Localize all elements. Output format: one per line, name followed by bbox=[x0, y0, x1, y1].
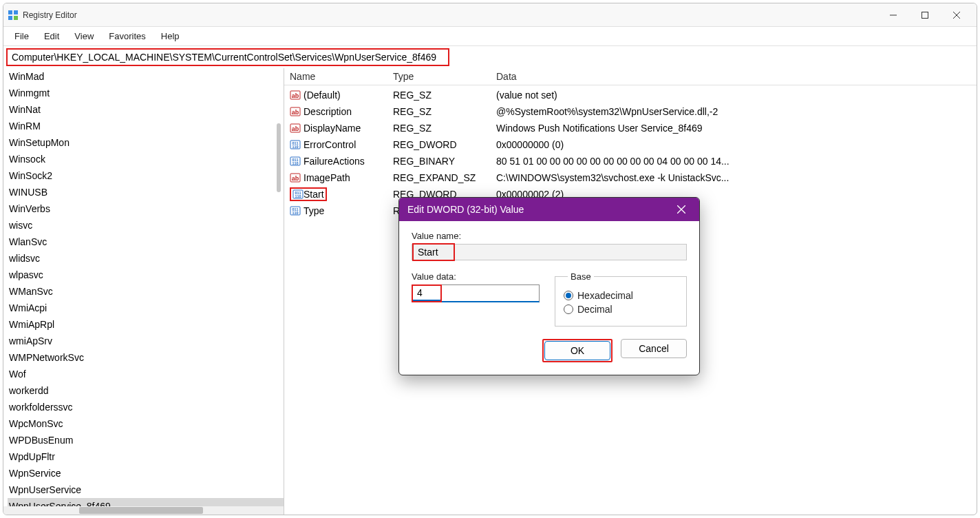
tree-item[interactable]: WpcMonSvc bbox=[8, 415, 284, 432]
value-row[interactable]: 011110FailureActionsREG_BINARY80 51 01 0… bbox=[284, 153, 977, 169]
dialog-close-button[interactable] bbox=[672, 200, 691, 219]
regedit-icon bbox=[8, 10, 19, 21]
tree-hscroll-track[interactable] bbox=[3, 506, 284, 515]
tree-item[interactable]: WlanSvc bbox=[8, 234, 284, 250]
menu-favorites[interactable]: Favorites bbox=[102, 29, 152, 43]
titlebar: Registry Editor bbox=[3, 3, 977, 27]
window-controls bbox=[877, 5, 972, 25]
svg-rect-1 bbox=[14, 10, 18, 14]
value-type: REG_SZ bbox=[393, 106, 496, 117]
value-name-highlight bbox=[412, 243, 455, 261]
close-button[interactable] bbox=[941, 5, 972, 25]
ok-button-highlight: OK bbox=[542, 339, 612, 362]
tree-item-label: WinSock2 bbox=[9, 169, 52, 183]
string-value-icon: ab bbox=[290, 123, 301, 134]
menu-view[interactable]: View bbox=[67, 29, 100, 43]
menu-edit[interactable]: Edit bbox=[37, 29, 66, 43]
edit-dword-dialog: Edit DWORD (32-bit) Value Value name: Va… bbox=[398, 197, 700, 375]
tree-item[interactable]: WManSvc bbox=[8, 283, 284, 300]
radio-hex-label: Hexadecimal bbox=[577, 290, 633, 301]
tree-item-label: WpnService bbox=[9, 466, 61, 480]
value-name: FailureActions bbox=[303, 156, 365, 167]
tree-item[interactable]: WmiApRpl bbox=[8, 316, 284, 333]
tree-item[interactable]: WinMad bbox=[8, 68, 284, 85]
tree-item-label: WinSetupMon bbox=[9, 136, 70, 149]
tree-item-label: wlpasvc bbox=[9, 268, 43, 282]
tree-hscroll-thumb[interactable] bbox=[79, 507, 203, 514]
value-data: C:\WINDOWS\system32\svchost.exe -k Unist… bbox=[496, 172, 971, 183]
tree-item-label: Winsock bbox=[9, 152, 45, 166]
col-type[interactable]: Type bbox=[393, 71, 496, 82]
tree-item-label: WpnUserService bbox=[9, 483, 81, 497]
dialog-titlebar[interactable]: Edit DWORD (32-bit) Value bbox=[399, 198, 699, 221]
tree-item[interactable]: WMPNetworkSvc bbox=[8, 349, 284, 366]
tree-item[interactable]: WPDBusEnum bbox=[8, 432, 284, 448]
base-fieldset: Base Hexadecimal Decimal bbox=[555, 271, 687, 327]
maximize-button[interactable] bbox=[909, 5, 941, 25]
value-row[interactable]: abDescriptionREG_SZ@%SystemRoot%\system3… bbox=[284, 103, 977, 120]
tree-item-label: WManSvc bbox=[9, 284, 53, 298]
dialog-title: Edit DWORD (32-bit) Value bbox=[407, 204, 672, 215]
svg-rect-5 bbox=[922, 12, 928, 18]
tree-item-label: WpdUpFltr bbox=[9, 450, 55, 464]
value-type: REG_BINARY bbox=[393, 156, 496, 167]
value-row[interactable]: abImagePathREG_EXPAND_SZC:\WINDOWS\syste… bbox=[284, 169, 977, 186]
tree-item[interactable]: wlidsvc bbox=[8, 250, 284, 267]
value-type: REG_DWORD bbox=[393, 139, 496, 150]
tree-item[interactable]: Winmgmt bbox=[8, 85, 284, 101]
value-name: DisplayName bbox=[303, 123, 361, 134]
binary-value-icon: 011110 bbox=[290, 205, 301, 216]
tree-item-label: wisvc bbox=[9, 218, 32, 232]
addressbar-highlight bbox=[6, 48, 449, 66]
tree-item[interactable]: WinSetupMon bbox=[8, 134, 284, 151]
svg-text:110: 110 bbox=[292, 161, 298, 165]
tree-item[interactable]: WinNat bbox=[8, 101, 284, 118]
tree-item[interactable]: Wof bbox=[8, 366, 284, 382]
value-name: Description bbox=[303, 106, 352, 117]
svg-text:ab: ab bbox=[292, 109, 299, 116]
tree-item[interactable]: wisvc bbox=[8, 217, 284, 234]
tree-item[interactable]: WpdUpFltr bbox=[8, 448, 284, 465]
tree-item[interactable]: WinVerbs bbox=[8, 200, 284, 217]
svg-text:ab: ab bbox=[292, 125, 299, 132]
col-name[interactable]: Name bbox=[290, 71, 393, 82]
window-title: Registry Editor bbox=[23, 10, 877, 20]
radio-decimal[interactable]: Decimal bbox=[564, 304, 678, 315]
menu-help[interactable]: Help bbox=[154, 29, 187, 43]
ok-button[interactable]: OK bbox=[544, 341, 610, 360]
value-data: @%SystemRoot%\system32\WpnUserService.dl… bbox=[496, 106, 971, 117]
tree-item[interactable]: wlpasvc bbox=[8, 267, 284, 283]
radio-hexadecimal[interactable]: Hexadecimal bbox=[564, 290, 678, 301]
tree-pane[interactable]: WinMadWinmgmtWinNatWinRMWinSetupMonWinso… bbox=[3, 68, 284, 515]
tree-item[interactable]: Winsock bbox=[8, 151, 284, 167]
value-row[interactable]: abDisplayNameREG_SZWindows Push Notifica… bbox=[284, 120, 977, 136]
cancel-button[interactable]: Cancel bbox=[621, 339, 687, 358]
tree-item[interactable]: WpnUserService bbox=[8, 481, 284, 498]
value-data: Windows Push Notifications User Service_… bbox=[496, 123, 971, 134]
tree-item[interactable]: WmiAcpi bbox=[8, 300, 284, 316]
tree-item-label: wmiApSrv bbox=[9, 334, 52, 348]
tree-item[interactable]: WINUSB bbox=[8, 184, 284, 200]
tree-item-label: WinRM bbox=[9, 119, 41, 133]
col-data[interactable]: Data bbox=[496, 71, 971, 82]
menu-file[interactable]: File bbox=[8, 29, 36, 43]
tree-vscroll-thumb[interactable] bbox=[277, 123, 281, 192]
value-data: 0x00000000 (0) bbox=[496, 139, 971, 150]
tree-item[interactable]: workfolderssvc bbox=[8, 399, 284, 415]
value-data: 80 51 01 00 00 00 00 00 00 00 00 00 04 0… bbox=[496, 156, 971, 167]
value-row[interactable]: 011110ErrorControlREG_DWORD0x00000000 (0… bbox=[284, 136, 977, 153]
tree-item[interactable]: WinSock2 bbox=[8, 167, 284, 184]
value-name-input[interactable] bbox=[414, 245, 454, 260]
addressbar-input[interactable] bbox=[12, 52, 444, 63]
value-row[interactable]: ab(Default)REG_SZ(value not set) bbox=[284, 87, 977, 103]
tree-item[interactable]: workerdd bbox=[8, 382, 284, 399]
value-type: REG_SZ bbox=[393, 90, 496, 101]
minimize-button[interactable] bbox=[877, 5, 909, 25]
tree-item[interactable]: WinRM bbox=[8, 118, 284, 134]
tree-item[interactable]: WpnService bbox=[8, 465, 284, 481]
value-data-input[interactable] bbox=[413, 286, 440, 301]
tree-item-label: WMPNetworkSvc bbox=[9, 351, 84, 364]
value-name-field-container bbox=[412, 244, 687, 260]
tree-item[interactable]: wmiApSrv bbox=[8, 333, 284, 349]
value-data: (value not set) bbox=[496, 90, 971, 101]
